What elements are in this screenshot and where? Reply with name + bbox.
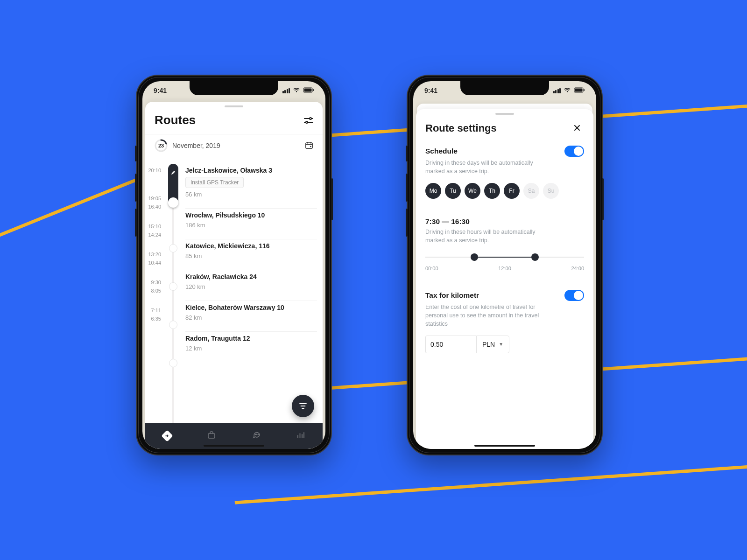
hours-slider[interactable] <box>425 252 584 262</box>
wifi-icon <box>293 87 300 94</box>
day-sa[interactable]: Sa <box>523 183 539 199</box>
tick-start: 00:00 <box>425 266 438 271</box>
time-label: 9:30 <box>145 280 164 285</box>
schedule-toggle[interactable] <box>564 146 584 157</box>
svg-rect-1 <box>304 89 312 92</box>
close-icon <box>574 124 580 133</box>
settings-sheet: Route settings Schedule Driving in these… <box>416 109 593 449</box>
page-title: Routes <box>155 113 196 127</box>
calendar-icon[interactable] <box>305 141 313 151</box>
tax-toggle[interactable] <box>564 290 584 301</box>
route-tag: Install GPS Tracker <box>185 177 244 188</box>
status-icons <box>553 87 585 94</box>
time-label: 6:35 <box>145 316 164 322</box>
signal-icon <box>553 88 561 93</box>
route-name: Kraków, Racławicka 24 <box>185 273 317 280</box>
time-label: 13:20 <box>145 252 164 257</box>
route-item[interactable]: Radom, Traugutta 1212 km <box>185 332 317 362</box>
timeline-stop[interactable] <box>169 244 177 252</box>
time-label: 10:44 <box>145 260 164 266</box>
slider-ticks: 00:00 12:00 24:00 <box>425 266 584 271</box>
date-selector[interactable]: 23 November, 2019 <box>145 134 323 157</box>
route-item[interactable]: Kraków, Racławicka 24120 km <box>185 270 317 301</box>
time-label: 16:40 <box>145 204 164 210</box>
device-button <box>406 146 408 161</box>
chevron-down-icon: ▼ <box>499 342 503 347</box>
svg-point-4 <box>310 118 311 119</box>
tax-value-input[interactable] <box>425 336 476 353</box>
pencil-icon[interactable] <box>171 168 176 177</box>
drag-handle[interactable] <box>495 113 514 115</box>
tab-routes[interactable] <box>163 432 171 440</box>
tab-work[interactable] <box>207 431 216 441</box>
route-distance: 56 km <box>185 191 317 198</box>
time-label: 20:10 <box>145 168 164 173</box>
timeline-track <box>172 167 174 449</box>
routes-list[interactable]: 20:10 19:0516:4015:1014:2413:2010:449:30… <box>145 157 323 449</box>
day-su[interactable]: Su <box>543 183 559 199</box>
status-time: 9:41 <box>424 87 437 94</box>
page-title: Route settings <box>425 122 497 134</box>
time-label: 19:05 <box>145 196 164 201</box>
device-button <box>135 146 137 161</box>
day-tu[interactable]: Tu <box>445 183 461 199</box>
route-item[interactable]: Katowice, Mickiewicza, 11685 km <box>185 239 317 270</box>
device-button <box>406 209 408 237</box>
route-item[interactable]: Jelcz-Laskowice, Oławska 3Install GPS Tr… <box>185 164 317 209</box>
slider-handle-end[interactable] <box>531 253 539 261</box>
tax-subtitle: Enter the cost of one kilometre of trave… <box>425 303 547 328</box>
slider-handle-start[interactable] <box>471 253 478 261</box>
status-icons <box>282 87 315 94</box>
close-button[interactable] <box>570 121 584 135</box>
svg-point-19 <box>258 434 258 434</box>
settings-sliders-icon[interactable] <box>304 116 313 125</box>
timeline-handle[interactable] <box>168 197 178 208</box>
route-name: Wrocław, Piłsudskiego 10 <box>185 211 317 219</box>
device-button <box>602 178 604 220</box>
schedule-title: Schedule <box>425 147 458 155</box>
svg-point-6 <box>306 121 308 123</box>
route-name: Katowice, Mickiewicza, 116 <box>185 242 317 250</box>
tax-title: Tax for kilometr <box>425 291 479 300</box>
day-fr[interactable]: Fr <box>504 183 520 199</box>
route-item[interactable]: Kielce, Bohaterów Warszawy 1082 km <box>185 301 317 332</box>
signal-icon <box>282 88 290 93</box>
hours-range: 7:30 — 16:30 <box>425 217 584 226</box>
drag-handle[interactable] <box>225 105 243 107</box>
weekday-selector: MoTuWeThFrSaSu <box>425 183 584 199</box>
day-mo[interactable]: Mo <box>425 183 441 199</box>
device-button <box>331 178 333 220</box>
currency-select[interactable]: PLN ▼ <box>476 336 509 353</box>
slider-fill <box>474 257 535 258</box>
phone-routes: 9:41 Routes <box>136 75 332 455</box>
currency-label: PLN <box>482 341 495 348</box>
day-we[interactable]: We <box>465 183 480 199</box>
route-name: Jelcz-Laskowice, Oławska 3 <box>185 167 317 174</box>
route-distance: 120 km <box>185 283 317 290</box>
time-label: 7:11 <box>145 308 164 313</box>
tab-chat[interactable] <box>252 431 261 441</box>
svg-point-10 <box>310 146 311 147</box>
routes-sheet: Routes 23 November, 2019 <box>145 102 323 449</box>
home-indicator[interactable] <box>204 445 264 447</box>
timeline-stop[interactable] <box>169 282 177 291</box>
screen: 9:41 Routes <box>142 81 325 449</box>
route-item[interactable]: Wrocław, Piłsudskiego 10186 km <box>185 209 317 239</box>
route-distance: 186 km <box>185 222 317 229</box>
hours-subtitle: Driving in these hours will be automatic… <box>425 228 547 245</box>
notch <box>190 81 278 95</box>
route-name: Radom, Traugutta 12 <box>185 335 317 342</box>
timeline-stop[interactable] <box>169 321 177 329</box>
tab-stats[interactable] <box>296 431 305 441</box>
svg-rect-16 <box>208 434 215 438</box>
svg-rect-8 <box>306 143 312 148</box>
home-indicator[interactable] <box>474 445 535 447</box>
timeline-stop[interactable] <box>169 359 177 367</box>
phone-settings: 9:41 Route settings <box>407 75 603 455</box>
date-day-badge: 23 <box>155 139 168 152</box>
day-th[interactable]: Th <box>484 183 500 199</box>
route-distance: 82 km <box>185 314 317 321</box>
route-arrow-icon <box>161 430 173 441</box>
schedule-subtitle: Driving in these days will be automatica… <box>425 159 547 175</box>
filter-fab[interactable] <box>292 395 314 417</box>
